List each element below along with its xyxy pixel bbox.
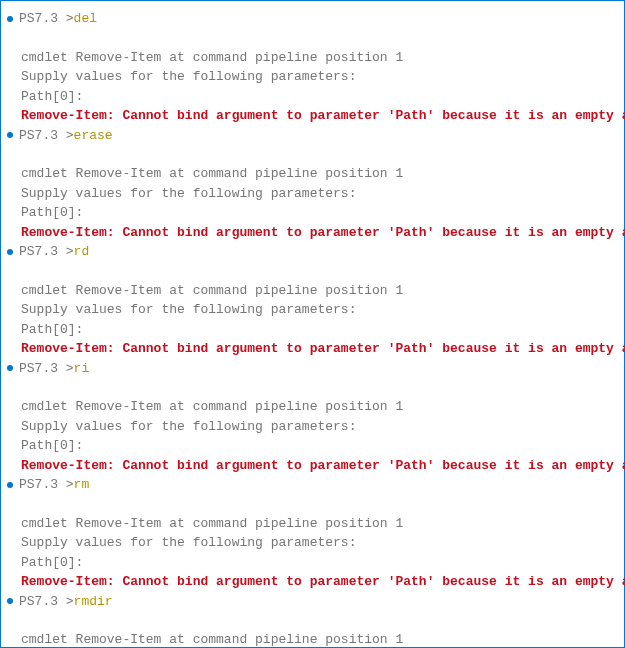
pipeline-message: cmdlet Remove-Item at command pipeline p… (5, 397, 620, 417)
prompt-line[interactable]: PS7.3 > ri (5, 359, 620, 379)
error-message: Remove-Item: Cannot bind argument to par… (5, 339, 620, 359)
bullet-filled-icon (7, 249, 13, 255)
bullet-filled-icon (7, 132, 13, 138)
supply-values-message: Supply values for the following paramete… (5, 184, 620, 204)
path-prompt: Path[0]: (5, 203, 620, 223)
prompt-label: PS7.3 > (19, 242, 74, 262)
path-prompt: Path[0]: (5, 320, 620, 340)
prompt-line[interactable]: PS7.3 > rmdir (5, 592, 620, 612)
pipeline-message: cmdlet Remove-Item at command pipeline p… (5, 164, 620, 184)
command-text: rm (74, 475, 90, 495)
command-text: del (74, 9, 97, 29)
supply-values-message: Supply values for the following paramete… (5, 533, 620, 553)
prompt-line[interactable]: PS7.3 > rd (5, 242, 620, 262)
command-text: rd (74, 242, 90, 262)
prompt-line[interactable]: PS7.3 > erase (5, 126, 620, 146)
pipeline-message: cmdlet Remove-Item at command pipeline p… (5, 281, 620, 301)
prompt-label: PS7.3 > (19, 359, 74, 379)
blank-line (5, 29, 620, 48)
prompt-label: PS7.3 > (19, 592, 74, 612)
error-message: Remove-Item: Cannot bind argument to par… (5, 223, 620, 243)
bullet-filled-icon (7, 598, 13, 604)
supply-values-message: Supply values for the following paramete… (5, 417, 620, 437)
command-text: ri (74, 359, 90, 379)
bullet-filled-icon (7, 16, 13, 22)
command-text: erase (74, 126, 113, 146)
prompt-line[interactable]: PS7.3 > rm (5, 475, 620, 495)
blank-line (5, 262, 620, 281)
prompt-label: PS7.3 > (19, 126, 74, 146)
command-text: rmdir (74, 592, 113, 612)
pipeline-message: cmdlet Remove-Item at command pipeline p… (5, 514, 620, 534)
prompt-label: PS7.3 > (19, 9, 74, 29)
error-message: Remove-Item: Cannot bind argument to par… (5, 106, 620, 126)
blank-line (5, 145, 620, 164)
bullet-filled-icon (7, 365, 13, 371)
terminal-window[interactable]: PS7.3 > delcmdlet Remove-Item at command… (0, 0, 625, 648)
blank-line (5, 611, 620, 630)
path-prompt: Path[0]: (5, 87, 620, 107)
pipeline-message: cmdlet Remove-Item at command pipeline p… (5, 48, 620, 68)
supply-values-message: Supply values for the following paramete… (5, 67, 620, 87)
error-message: Remove-Item: Cannot bind argument to par… (5, 572, 620, 592)
prompt-label: PS7.3 > (19, 475, 74, 495)
error-message: Remove-Item: Cannot bind argument to par… (5, 456, 620, 476)
prompt-line[interactable]: PS7.3 > del (5, 9, 620, 29)
pipeline-message: cmdlet Remove-Item at command pipeline p… (5, 630, 620, 648)
path-prompt: Path[0]: (5, 553, 620, 573)
blank-line (5, 378, 620, 397)
blank-line (5, 495, 620, 514)
path-prompt: Path[0]: (5, 436, 620, 456)
supply-values-message: Supply values for the following paramete… (5, 300, 620, 320)
bullet-filled-icon (7, 482, 13, 488)
